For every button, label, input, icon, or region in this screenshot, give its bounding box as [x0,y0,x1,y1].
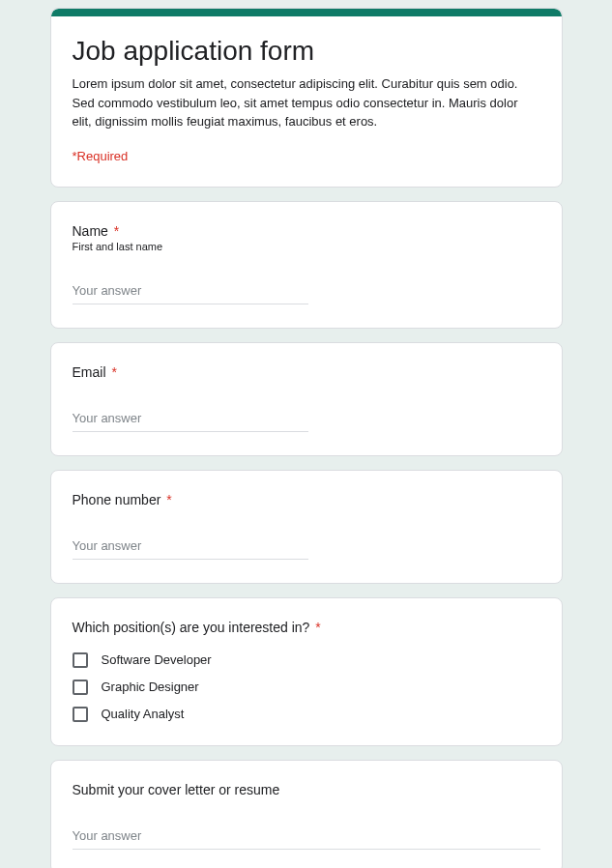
form-header: Job application form Lorem ipsum dolor s… [50,8,563,188]
question-label: Email * [73,364,540,380]
question-label-text: Email [73,364,106,380]
question-label-text: Which position(s) are you interested in? [73,620,310,635]
question-phone: Phone number * [50,470,563,584]
question-label-text: Name [73,223,108,239]
phone-input[interactable] [73,535,308,560]
required-star-icon: * [114,223,119,239]
form-title: Job application form [73,36,540,67]
required-indicator: *Required [73,149,540,163]
required-star-icon: * [111,364,116,380]
required-star-icon: * [166,492,171,507]
option-label: Quality Analyst [102,707,185,721]
question-label: Which position(s) are you interested in?… [73,620,540,635]
form-description: Lorem ipsum dolor sit amet, consectetur … [73,74,540,131]
email-input[interactable] [73,407,308,432]
checkbox-icon [73,680,88,695]
question-help-text: First and last name [73,241,540,252]
name-input[interactable] [73,279,308,304]
option-software-developer[interactable]: Software Developer [73,652,540,668]
question-email: Email * [50,342,563,456]
question-label: Phone number * [73,492,540,507]
cover-letter-input[interactable] [73,825,540,850]
question-label: Submit your cover letter or resume [73,782,540,797]
question-label-text: Phone number [73,492,161,507]
checkbox-icon [73,707,88,722]
option-graphic-designer[interactable]: Graphic Designer [73,680,540,695]
question-name: Name * First and last name [50,201,563,329]
question-label-text: Submit your cover letter or resume [73,782,280,797]
required-star-icon: * [315,620,320,635]
option-label: Graphic Designer [102,680,199,694]
option-quality-analyst[interactable]: Quality Analyst [73,707,540,722]
checkbox-icon [73,652,88,668]
question-cover-letter: Submit your cover letter or resume [50,760,563,869]
question-positions: Which position(s) are you interested in?… [50,597,563,746]
question-label: Name * [73,223,540,239]
option-label: Software Developer [102,652,212,667]
